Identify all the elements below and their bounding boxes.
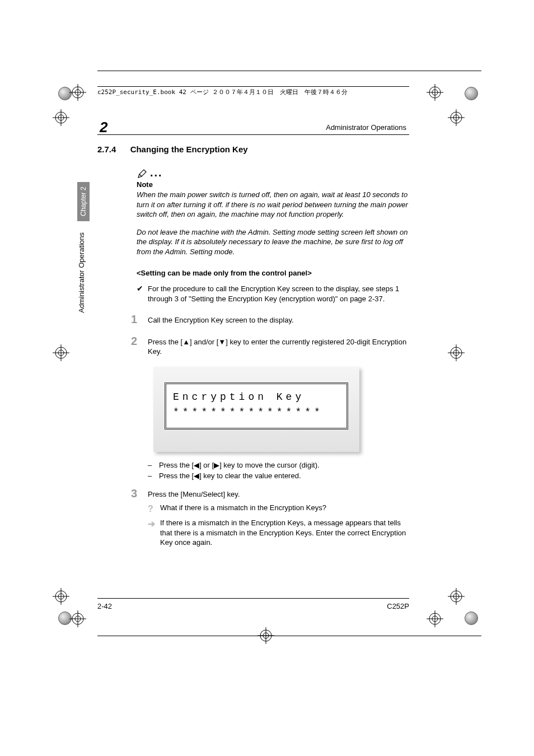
sub-step: – Press the [◀] or [▶] key to move the c… xyxy=(148,461,409,469)
note-paragraph: Do not leave the machine with the Admin.… xyxy=(137,227,409,257)
page-number: 2-42 xyxy=(97,602,112,610)
model-code: C252P xyxy=(387,602,409,610)
step-text: Press the [Menu/Select] key. xyxy=(148,488,240,500)
step-text: Call the Encryption Key screen to the di… xyxy=(148,314,294,325)
dash-bullet: – xyxy=(148,461,159,469)
sub-step: – Press the [◀] key to clear the value e… xyxy=(148,472,409,480)
running-header: Administrator Operations xyxy=(326,123,406,132)
step-number: 3 xyxy=(131,488,148,500)
check-icon: ✔ xyxy=(137,284,148,304)
step-text: Press the [▲] and/or [▼] key to enter th… xyxy=(148,335,409,357)
step-number: 1 xyxy=(131,314,148,325)
arrow-right-icon: ➔ xyxy=(148,518,160,548)
step-number: 2 xyxy=(131,335,148,357)
question-icon: ? xyxy=(148,503,160,515)
pencil-icon xyxy=(137,168,148,179)
section-number: 2.7.4 xyxy=(97,144,128,154)
lcd-panel: Encryption Key **************** xyxy=(153,367,359,452)
ellipsis-icon: ... xyxy=(150,166,163,179)
answer-text: If there is a mismatch in the Encryption… xyxy=(160,518,409,548)
section-title: Changing the Encryption Key xyxy=(130,144,248,154)
setting-subheading: <Setting can be made only from the contr… xyxy=(137,269,409,277)
prerequisite-item: ✔ For the procedure to call the Encrypti… xyxy=(137,284,409,304)
step-item: 1 Call the Encryption Key screen to the … xyxy=(131,314,409,325)
question-text: What if there is a mismatch in the Encry… xyxy=(160,503,326,515)
registration-mark-icon xyxy=(53,344,69,361)
step-item: 3 Press the [Menu/Select] key. xyxy=(131,488,409,500)
note-paragraph: When the main power switch is turned off… xyxy=(137,190,409,220)
main-content: 2.7.4 Changing the Encryption Key ... No… xyxy=(97,144,409,548)
chapter-tab: Chapter 2 xyxy=(77,182,90,221)
chapter-number: 2 xyxy=(100,119,107,136)
sub-step-text: Press the [◀] key to clear the value ent… xyxy=(159,472,301,480)
note-block: ... Note When the main power switch is t… xyxy=(137,166,409,256)
note-label: Note xyxy=(137,180,409,189)
dash-bullet: – xyxy=(148,472,159,480)
registration-mark-icon xyxy=(53,588,69,605)
lcd-line: Encryption Key xyxy=(173,391,305,403)
sub-step-text: Press the [◀] or [▶] key to move the cur… xyxy=(159,461,320,469)
note-icon-row: ... xyxy=(137,166,409,179)
question-row: ? What if there is a mismatch in the Enc… xyxy=(148,503,409,515)
header-rule xyxy=(97,134,409,135)
lcd-screenshot: Encryption Key **************** xyxy=(153,367,359,452)
section-heading: 2.7.4 Changing the Encryption Key xyxy=(97,144,409,154)
lcd-line: **************** xyxy=(173,407,324,418)
registration-mark-icon xyxy=(69,610,86,627)
side-section-label: Administrator Operations xyxy=(77,232,86,313)
page-footer: 2-42 C252P xyxy=(97,598,409,610)
lcd-display: Encryption Key **************** xyxy=(165,382,348,430)
prerequisite-text: For the procedure to call the Encryption… xyxy=(148,284,409,304)
registration-mark-icon xyxy=(69,84,86,101)
answer-row: ➔ If there is a mismatch in the Encrypti… xyxy=(148,518,409,548)
source-file-header: c252P_security_E.book 42 ページ ２００７年４月１０日 … xyxy=(97,86,409,96)
registration-mark-icon xyxy=(53,109,69,126)
step-item: 2 Press the [▲] and/or [▼] key to enter … xyxy=(131,335,409,357)
